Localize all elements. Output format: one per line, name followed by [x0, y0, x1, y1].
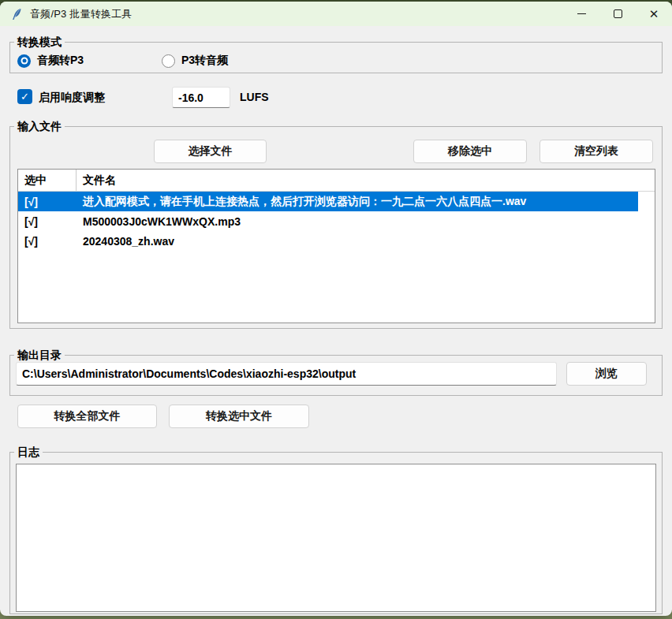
radio-unselected-icon — [162, 54, 175, 68]
file-table-header: 选中 文件名 — [18, 170, 655, 192]
table-row[interactable]: [√] M500003J0cWK1WWxQX.mp3 — [18, 211, 638, 231]
close-button[interactable]: ✕ — [636, 2, 672, 26]
row-checked-cell: [√] — [18, 196, 76, 208]
maximize-button[interactable] — [599, 2, 636, 26]
loudness-checkbox[interactable]: ✓ — [17, 89, 32, 104]
app-body: 转换模式 音频转P3 P3转音频 ✓ 启用响度调整 -16.0 LUFS 输入文… — [0, 26, 672, 616]
maximize-icon — [614, 9, 622, 18]
check-icon: ✓ — [21, 91, 29, 103]
table-row[interactable]: [√] 20240308_zh.wav — [18, 231, 638, 251]
log-textarea[interactable] — [16, 464, 656, 612]
mode-group-label: 转换模式 — [14, 35, 65, 48]
mode-groupbox — [9, 42, 663, 73]
lufs-value: -16.0 — [178, 91, 203, 104]
title-bar: 音频/P3 批量转换工具 ✕ — [0, 2, 672, 26]
output-group-label: 输出目录 — [14, 349, 65, 361]
input-group-label: 输入文件 — [14, 120, 65, 132]
convert-selected-button[interactable]: 转换选中文件 — [169, 405, 309, 428]
app-window: 音频/P3 批量转换工具 ✕ 转换模式 音频转P3 P3转音频 ✓ — [0, 2, 672, 616]
window-controls: ✕ — [563, 2, 672, 26]
radio-p3-to-audio[interactable]: P3转音频 — [162, 54, 228, 68]
row-checked-cell: [√] — [18, 215, 76, 228]
clear-list-button[interactable]: 清空列表 — [539, 140, 653, 163]
row-filename-cell: 20240308_zh.wav — [76, 235, 638, 248]
file-table: 选中 文件名 [√] 进入配网模式，请在手机上连接热点，然后打开浏览器访问：一九… — [17, 169, 655, 323]
log-group-label: 日志 — [14, 446, 43, 458]
column-header-checked[interactable]: 选中 — [18, 170, 76, 191]
remove-selected-button[interactable]: 移除选中 — [413, 140, 527, 163]
convert-all-button[interactable]: 转换全部文件 — [17, 405, 157, 428]
output-path-value: C:\Users\Administrator\Documents\Codes\x… — [22, 367, 356, 380]
loudness-checkbox-label: 启用响度调整 — [39, 91, 105, 105]
lufs-input[interactable]: -16.0 — [172, 87, 230, 108]
minimize-icon — [577, 13, 586, 14]
table-row[interactable]: [√] 进入配网模式，请在手机上连接热点，然后打开浏览器访问：一九二点一六八点四… — [18, 192, 638, 211]
close-icon: ✕ — [649, 8, 659, 20]
window-title: 音频/P3 批量转换工具 — [30, 7, 133, 21]
browse-button[interactable]: 浏览 — [566, 362, 647, 386]
radio-label: P3转音频 — [181, 54, 228, 68]
lufs-unit-label: LUFS — [240, 91, 269, 103]
output-path-input[interactable]: C:\Users\Administrator\Documents\Codes\x… — [16, 362, 557, 386]
row-filename-cell: 进入配网模式，请在手机上连接热点，然后打开浏览器访问：一九二点一六八点四点一.w… — [76, 195, 638, 209]
file-list: [√] 进入配网模式，请在手机上连接热点，然后打开浏览器访问：一九二点一六八点四… — [18, 192, 638, 251]
column-header-filename[interactable]: 文件名 — [76, 170, 655, 191]
row-filename-cell: M500003J0cWK1WWxQX.mp3 — [76, 215, 638, 228]
radio-label: 音频转P3 — [37, 54, 84, 68]
radio-selected-icon — [17, 54, 31, 68]
minimize-button[interactable] — [563, 2, 599, 26]
row-checked-cell: [√] — [18, 235, 76, 248]
select-files-button[interactable]: 选择文件 — [154, 140, 267, 163]
python-feather-icon — [10, 8, 23, 21]
radio-audio-to-p3[interactable]: 音频转P3 — [17, 54, 84, 68]
